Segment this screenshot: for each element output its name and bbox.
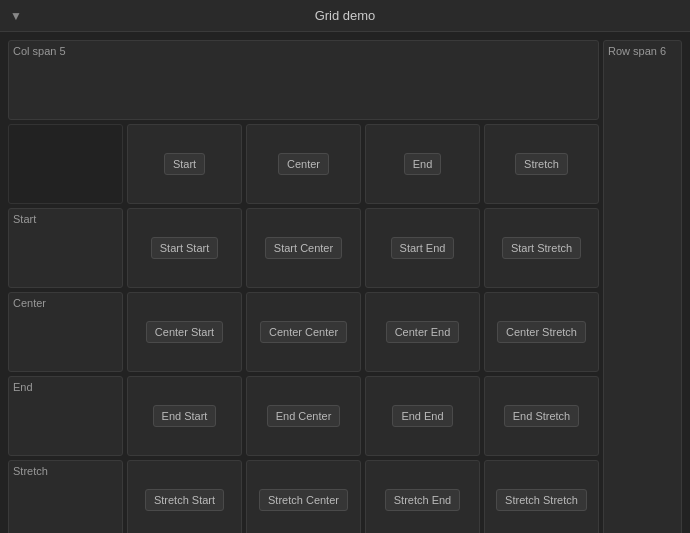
header-center-btn[interactable]: Center <box>278 153 329 175</box>
btn-center-start[interactable]: Center Start <box>146 321 223 343</box>
cell-end-stretch: End Stretch <box>484 376 599 456</box>
btn-start-end[interactable]: Start End <box>391 237 455 259</box>
header-stretch: Stretch <box>484 124 599 204</box>
btn-start-start[interactable]: Start Start <box>151 237 219 259</box>
cell-stretch-end: Stretch End <box>365 460 480 533</box>
cell-start-start: Start Start <box>127 208 242 288</box>
titlebar: ▼ Grid demo <box>0 0 690 32</box>
btn-center-center[interactable]: Center Center <box>260 321 347 343</box>
cell-end-center: End Center <box>246 376 361 456</box>
row-start-label: Start <box>8 208 123 288</box>
btn-end-end[interactable]: End End <box>392 405 452 427</box>
cell-stretch-start: Stretch Start <box>127 460 242 533</box>
row-stretch-label: Stretch <box>8 460 123 533</box>
btn-end-stretch[interactable]: End Stretch <box>504 405 579 427</box>
cell-start-end: Start End <box>365 208 480 288</box>
btn-stretch-start[interactable]: Stretch Start <box>145 489 224 511</box>
cell-center-start: Center Start <box>127 292 242 372</box>
row-span-label: Row span 6 <box>603 40 682 533</box>
btn-stretch-center[interactable]: Stretch Center <box>259 489 348 511</box>
col-span-label: Col span 5 <box>8 40 599 120</box>
cell-stretch-center: Stretch Center <box>246 460 361 533</box>
btn-stretch-stretch[interactable]: Stretch Stretch <box>496 489 587 511</box>
btn-stretch-end[interactable]: Stretch End <box>385 489 460 511</box>
cell-stretch-stretch: Stretch Stretch <box>484 460 599 533</box>
header-end: End <box>365 124 480 204</box>
cell-end-end: End End <box>365 376 480 456</box>
header-end-btn[interactable]: End <box>404 153 442 175</box>
header-stretch-btn[interactable]: Stretch <box>515 153 568 175</box>
menu-icon: ▼ <box>10 9 22 23</box>
header-empty <box>8 124 123 204</box>
cell-center-center: Center Center <box>246 292 361 372</box>
btn-end-center[interactable]: End Center <box>267 405 341 427</box>
btn-start-stretch[interactable]: Start Stretch <box>502 237 581 259</box>
cell-start-stretch: Start Stretch <box>484 208 599 288</box>
btn-start-center[interactable]: Start Center <box>265 237 342 259</box>
window-title: Grid demo <box>315 8 376 23</box>
btn-center-end[interactable]: Center End <box>386 321 460 343</box>
btn-center-stretch[interactable]: Center Stretch <box>497 321 586 343</box>
btn-end-start[interactable]: End Start <box>153 405 217 427</box>
row-end-label: End <box>8 376 123 456</box>
grid-demo: Col span 5 Row span 6 Start Center End S… <box>0 32 690 533</box>
cell-end-start: End Start <box>127 376 242 456</box>
row-center-label: Center <box>8 292 123 372</box>
header-start-btn[interactable]: Start <box>164 153 205 175</box>
cell-center-stretch: Center Stretch <box>484 292 599 372</box>
cell-center-end: Center End <box>365 292 480 372</box>
cell-start-center: Start Center <box>246 208 361 288</box>
header-center: Center <box>246 124 361 204</box>
header-start: Start <box>127 124 242 204</box>
